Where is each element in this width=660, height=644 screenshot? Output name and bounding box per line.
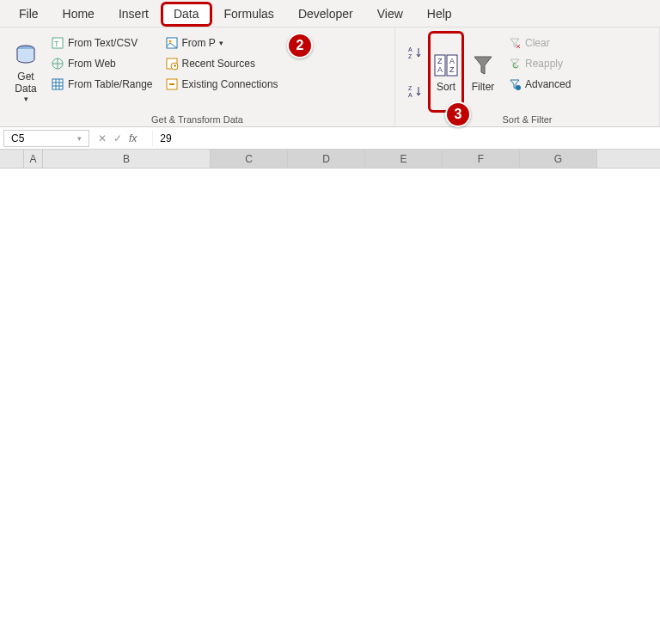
from-picture-button[interactable]: From P ▾: [162, 34, 281, 52]
globe-icon: [51, 57, 64, 71]
reapply-icon: [508, 57, 522, 71]
cancel-button[interactable]: ✕: [98, 132, 107, 144]
svg-text:A: A: [449, 57, 455, 65]
col-header-E[interactable]: E: [365, 150, 443, 168]
svg-point-6: [168, 40, 171, 43]
recent-icon: [165, 57, 179, 71]
group-get-transform-label: Get & Transform Data: [7, 113, 388, 126]
tab-insert[interactable]: Insert: [107, 2, 161, 27]
group-sort-filter: AZ ZA ZAAZ Sort Filter: [395, 28, 660, 126]
sort-az-icon: AZ: [408, 46, 422, 59]
reapply-label: Reapply: [525, 58, 563, 70]
from-web-button[interactable]: From Web: [48, 55, 156, 72]
tab-developer[interactable]: Developer: [286, 2, 365, 27]
name-box-value: C5: [11, 132, 24, 144]
tab-file[interactable]: File: [7, 2, 51, 27]
from-web-label: From Web: [68, 58, 116, 70]
formula-bar: C5 ✕ ✓ fx 29: [0, 127, 660, 150]
tab-formulas[interactable]: Formulas: [212, 2, 286, 27]
fx-button[interactable]: fx: [129, 132, 144, 144]
select-all[interactable]: [0, 150, 24, 168]
tab-home[interactable]: Home: [51, 2, 107, 27]
sort-label: Sort: [437, 81, 455, 93]
col-header-D[interactable]: D: [288, 150, 365, 168]
filter-label: Filter: [472, 81, 495, 93]
filter-icon: [469, 52, 497, 79]
svg-text:Z: Z: [437, 57, 443, 65]
get-data-button[interactable]: Get Data ▾: [7, 31, 45, 113]
from-text-csv-label: From Text/CSV: [68, 37, 138, 49]
group-sort-filter-label: Sort & Filter: [402, 113, 652, 126]
from-table-range-button[interactable]: From Table/Range: [48, 76, 156, 93]
clear-button[interactable]: Clear: [505, 34, 573, 52]
clear-label: Clear: [525, 37, 550, 49]
sort-descending-button[interactable]: ZA: [406, 83, 425, 100]
col-header-C[interactable]: C: [211, 150, 288, 168]
callout-2: 2: [287, 33, 313, 58]
svg-rect-4: [52, 79, 63, 89]
svg-point-20: [516, 85, 521, 90]
sort-ascending-button[interactable]: AZ: [406, 44, 425, 61]
tab-view[interactable]: View: [365, 2, 415, 27]
advanced-icon: [508, 77, 522, 91]
ribbon: 2 3 Get Data ▾ T From Text/CSV From Web: [0, 28, 660, 127]
svg-text:A: A: [437, 65, 443, 74]
text-icon: T: [51, 36, 64, 50]
from-text-csv-button[interactable]: T From Text/CSV: [48, 34, 156, 52]
existing-connections-button[interactable]: Existing Connections: [162, 76, 281, 93]
recent-sources-label: Recent Sources: [182, 58, 255, 70]
svg-text:A: A: [408, 46, 412, 52]
advanced-button[interactable]: Advanced: [505, 76, 573, 93]
clear-icon: [508, 36, 522, 50]
column-headers: A B C D E F G: [0, 150, 660, 169]
col-header-B[interactable]: B: [43, 150, 211, 168]
col-header-G[interactable]: G: [520, 150, 597, 168]
connections-icon: [165, 77, 179, 91]
svg-text:T: T: [54, 40, 59, 48]
svg-text:Z: Z: [449, 65, 455, 74]
sort-za-icon: ZA: [408, 84, 422, 98]
group-get-transform: Get Data ▾ T From Text/CSV From Web From…: [0, 28, 395, 126]
callout-3: 3: [445, 101, 471, 127]
filter-button[interactable]: Filter: [464, 31, 502, 113]
advanced-label: Advanced: [525, 78, 571, 90]
reapply-button[interactable]: Reapply: [505, 55, 573, 72]
get-data-label: Get Data: [15, 71, 36, 95]
recent-sources-button[interactable]: Recent Sources: [162, 55, 281, 72]
tab-help[interactable]: Help: [415, 2, 464, 27]
ribbon-tabs: File Home Insert Data Formulas Developer…: [0, 0, 660, 28]
svg-text:A: A: [408, 92, 412, 98]
enter-button[interactable]: ✓: [113, 132, 122, 144]
existing-connections-label: Existing Connections: [182, 78, 278, 90]
from-table-range-label: From Table/Range: [68, 78, 153, 90]
database-icon: [12, 41, 40, 69]
picture-icon: [165, 36, 179, 50]
name-box[interactable]: C5: [3, 130, 89, 147]
col-header-A[interactable]: A: [24, 150, 43, 168]
formula-input[interactable]: 29: [152, 131, 660, 146]
sort-icon: ZAAZ: [432, 52, 460, 79]
tab-data[interactable]: Data: [161, 2, 212, 27]
table-icon: [51, 77, 64, 91]
sort-button[interactable]: ZAAZ Sort: [428, 31, 464, 113]
col-header-F[interactable]: F: [443, 150, 520, 168]
svg-text:Z: Z: [408, 53, 412, 59]
svg-text:Z: Z: [408, 85, 412, 91]
from-picture-label: From P: [182, 37, 216, 49]
